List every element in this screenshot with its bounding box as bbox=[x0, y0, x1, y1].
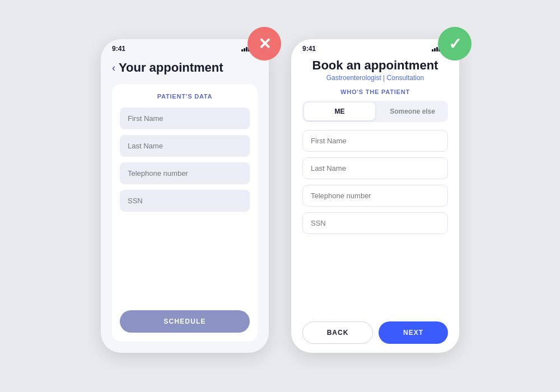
phone-bad-wrapper: ✕ 9:41 ∿ ‹ Your appointment PATIENT'S DA… bbox=[101, 39, 269, 353]
first-name-field-bad[interactable] bbox=[120, 108, 250, 129]
bad-badge: ✕ bbox=[248, 27, 281, 60]
who-label: WHO'S THE PATIENT bbox=[302, 88, 448, 95]
first-name-field-good[interactable] bbox=[302, 130, 448, 152]
status-bar-bad: 9:41 ∿ bbox=[101, 39, 269, 55]
action-row: BACK NEXT bbox=[302, 316, 448, 344]
last-name-field-good[interactable] bbox=[302, 157, 448, 179]
schedule-btn-wrapper: SCHEDULE bbox=[120, 301, 250, 333]
last-name-field-bad[interactable] bbox=[120, 135, 250, 157]
section-label-bad: PATIENT'S DATA bbox=[120, 93, 250, 100]
time-good: 9:41 bbox=[302, 45, 316, 53]
page-title-good: Book an appointment bbox=[302, 58, 448, 73]
ssn-field-good[interactable] bbox=[302, 212, 448, 234]
bad-badge-icon: ✕ bbox=[258, 35, 271, 53]
toggle-me-button[interactable]: ME bbox=[304, 102, 375, 120]
back-arrow-icon[interactable]: ‹ bbox=[112, 62, 115, 74]
patient-toggle-group: ME Someone else bbox=[302, 101, 448, 122]
subtitle: Gastroenterologist | Consultation bbox=[302, 74, 448, 82]
status-bar-good: 9:41 ∿ bbox=[291, 39, 459, 55]
phone-bad: 9:41 ∿ ‹ Your appointment PATIENT'S DATA bbox=[101, 39, 269, 353]
back-button[interactable]: BACK bbox=[302, 321, 373, 344]
page-title-bad: Your appointment bbox=[119, 60, 223, 75]
subtitle-text: Gastroenterologist | bbox=[326, 74, 385, 82]
next-button[interactable]: NEXT bbox=[379, 321, 448, 344]
phone-good-wrapper: ✓ 9:41 ∿ Book an appointment Gastroenter… bbox=[291, 39, 459, 353]
patient-data-card: PATIENT'S DATA SCHEDULE bbox=[112, 84, 258, 342]
time-bad: 9:41 bbox=[112, 45, 125, 53]
toggle-someone-else-button[interactable]: Someone else bbox=[377, 101, 448, 122]
ssn-field-bad[interactable] bbox=[120, 190, 250, 212]
good-badge-icon: ✓ bbox=[449, 35, 461, 53]
phone-good-content: Book an appointment Gastroenterologist |… bbox=[291, 55, 459, 353]
telephone-field-good[interactable] bbox=[302, 185, 448, 207]
telephone-field-bad[interactable] bbox=[120, 162, 250, 184]
good-badge: ✓ bbox=[438, 27, 472, 60]
phone-good: 9:41 ∿ Book an appointment Gastroenterol… bbox=[291, 39, 459, 353]
subtitle-link[interactable]: Consultation bbox=[387, 74, 424, 82]
back-title-row: ‹ Your appointment bbox=[112, 60, 258, 75]
phone-bad-content: ‹ Your appointment PATIENT'S DATA SCHEDU… bbox=[101, 55, 269, 353]
schedule-button[interactable]: SCHEDULE bbox=[120, 310, 250, 333]
